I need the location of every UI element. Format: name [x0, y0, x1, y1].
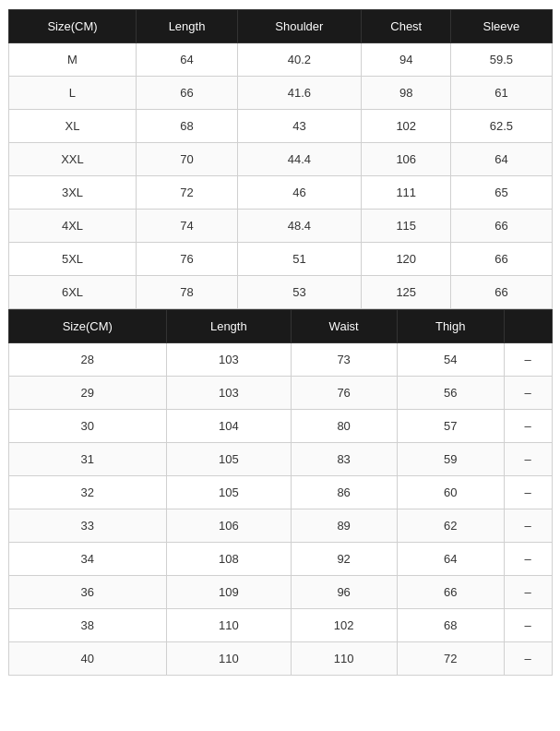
table1-cell-r0-c2: 40.2 — [237, 43, 362, 77]
table-row: 5XL765112066 — [8, 243, 552, 276]
table1-cell-r0-c4: 59.5 — [451, 43, 552, 77]
table2-cell-r2-c4: – — [504, 410, 552, 443]
table1-cell-r4-c2: 46 — [237, 176, 362, 210]
table2-cell-r2-c2: 80 — [291, 410, 397, 443]
table2-cell-r1-c4: – — [504, 377, 552, 410]
table2-cell-r1-c2: 76 — [291, 377, 397, 410]
table-row: 4XL7448.411566 — [8, 210, 552, 243]
table2-cell-r3-c3: 59 — [397, 443, 504, 476]
table1-cell-r5-c3: 115 — [362, 210, 451, 243]
table2-cell-r7-c2: 96 — [291, 576, 397, 609]
table1-cell-r7-c1: 78 — [137, 276, 237, 309]
table2-cell-r4-c2: 86 — [291, 476, 397, 509]
table2-cell-r6-c3: 64 — [397, 543, 504, 576]
table2-cell-r3-c0: 31 — [8, 443, 166, 476]
table2-cell-r8-c4: – — [504, 609, 552, 642]
table1-cell-r4-c0: 3XL — [8, 176, 137, 210]
table2-cell-r6-c1: 108 — [166, 543, 291, 576]
table2-col-header-1: Length — [166, 310, 291, 343]
table2-col-header-0: Size(CM) — [8, 310, 166, 343]
table1-cell-r2-c3: 102 — [362, 110, 451, 143]
table-row: 311058359– — [8, 443, 552, 476]
table1-col-header-2: Shoulder — [237, 10, 362, 43]
table1-cell-r2-c1: 68 — [137, 110, 237, 143]
table-row: 6XL785312566 — [8, 276, 552, 309]
table1-cell-r1-c2: 41.6 — [237, 77, 362, 110]
table1-cell-r1-c1: 66 — [137, 77, 237, 110]
table2-cell-r9-c1: 110 — [166, 642, 291, 676]
table2-cell-r0-c2: 73 — [291, 343, 397, 377]
table2-cell-r7-c4: – — [504, 576, 552, 609]
table2-cell-r4-c1: 105 — [166, 476, 291, 509]
table2-cell-r9-c0: 40 — [8, 642, 166, 676]
top-size-table: Size(CM)LengthShoulderChestSleeve M6440.… — [8, 9, 553, 309]
table2-cell-r4-c0: 32 — [8, 476, 166, 509]
table-row: M6440.29459.5 — [8, 43, 552, 77]
table1-cell-r6-c1: 76 — [137, 243, 237, 276]
table1-cell-r3-c3: 106 — [362, 143, 451, 176]
table2-cell-r2-c0: 30 — [8, 410, 166, 443]
table2-cell-r9-c3: 72 — [397, 642, 504, 676]
table-row: 4011011072– — [8, 642, 552, 676]
table2-cell-r5-c4: – — [504, 509, 552, 543]
table2-cell-r2-c3: 57 — [397, 410, 504, 443]
table2-cell-r2-c1: 104 — [166, 410, 291, 443]
table-row: 301048057– — [8, 410, 552, 443]
table2-cell-r6-c0: 34 — [8, 543, 166, 576]
table2-cell-r0-c1: 103 — [166, 343, 291, 377]
table-row: 291037656– — [8, 377, 552, 410]
table1-cell-r0-c1: 64 — [137, 43, 237, 77]
table1-cell-r6-c4: 66 — [451, 243, 552, 276]
table1-cell-r1-c4: 61 — [451, 77, 552, 110]
table1-col-header-4: Sleeve — [451, 10, 552, 43]
table2-cell-r1-c0: 29 — [8, 377, 166, 410]
table1-cell-r7-c2: 53 — [237, 276, 362, 309]
table2-cell-r8-c2: 102 — [291, 609, 397, 642]
table2-cell-r4-c4: – — [504, 476, 552, 509]
table1-cell-r3-c0: XXL — [8, 143, 137, 176]
table2-cell-r1-c1: 103 — [166, 377, 291, 410]
table1-cell-r4-c3: 111 — [362, 176, 451, 210]
table2-cell-r3-c4: – — [504, 443, 552, 476]
table-row: 331068962– — [8, 509, 552, 543]
bottom-size-table: Size(CM)LengthWaistThigh 281037354–29103… — [8, 309, 553, 676]
table1-cell-r1-c0: L — [8, 77, 137, 110]
table1-cell-r3-c2: 44.4 — [237, 143, 362, 176]
table1-cell-r0-c0: M — [8, 43, 137, 77]
table2-col-header-2: Waist — [291, 310, 397, 343]
table1-cell-r3-c1: 70 — [137, 143, 237, 176]
table-row: 341089264– — [8, 543, 552, 576]
table2-cell-r5-c0: 33 — [8, 509, 166, 543]
table1-cell-r7-c3: 125 — [362, 276, 451, 309]
table-row: L6641.69861 — [8, 77, 552, 110]
table1-cell-r1-c3: 98 — [362, 77, 451, 110]
table2-cell-r9-c2: 110 — [291, 642, 397, 676]
table2-cell-r7-c3: 66 — [397, 576, 504, 609]
table1-cell-r2-c2: 43 — [237, 110, 362, 143]
table1-cell-r7-c0: 6XL — [8, 276, 137, 309]
table1-cell-r0-c3: 94 — [362, 43, 451, 77]
table2-cell-r7-c0: 36 — [8, 576, 166, 609]
table2-cell-r4-c3: 60 — [397, 476, 504, 509]
table2-cell-r0-c0: 28 — [8, 343, 166, 377]
table-row: 3811010268– — [8, 609, 552, 642]
table2-cell-r6-c2: 92 — [291, 543, 397, 576]
table1-cell-r6-c3: 120 — [362, 243, 451, 276]
table2-cell-r8-c3: 68 — [397, 609, 504, 642]
table-row: 3XL724611165 — [8, 176, 552, 210]
table1-cell-r5-c0: 4XL — [8, 210, 137, 243]
table-row: XXL7044.410664 — [8, 143, 552, 176]
table1-cell-r3-c4: 64 — [451, 143, 552, 176]
table1-col-header-3: Chest — [362, 10, 451, 43]
table2-cell-r5-c3: 62 — [397, 509, 504, 543]
table2-col-header-3: Thigh — [397, 310, 504, 343]
table1-cell-r4-c1: 72 — [137, 176, 237, 210]
table-row: 361099666– — [8, 576, 552, 609]
table1-cell-r5-c4: 66 — [451, 210, 552, 243]
table1-col-header-0: Size(CM) — [8, 10, 137, 43]
table2-cell-r3-c2: 83 — [291, 443, 397, 476]
table2-cell-r7-c1: 109 — [166, 576, 291, 609]
table2-cell-r8-c0: 38 — [8, 609, 166, 642]
table2-cell-r1-c3: 56 — [397, 377, 504, 410]
table-row: XL684310262.5 — [8, 110, 552, 143]
